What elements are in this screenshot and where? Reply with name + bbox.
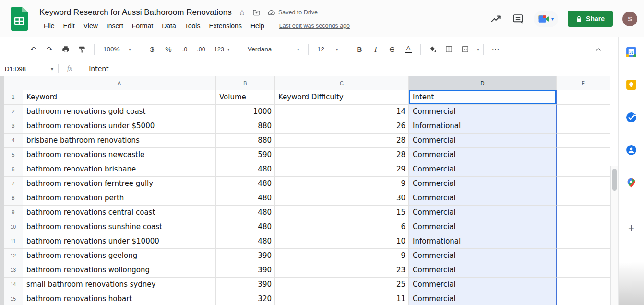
column-header-c[interactable]: C (275, 76, 409, 90)
menu-tools[interactable]: Tools (180, 21, 205, 31)
cell-intent[interactable]: Commercial (409, 191, 557, 206)
cell-intent[interactable]: Commercial (409, 278, 557, 292)
cell-keyword[interactable]: bathroom renovations central coast (23, 206, 216, 220)
vertical-scrollbar[interactable]: ▴ ▾ (610, 166, 618, 305)
maps-icon[interactable] (625, 176, 638, 189)
cell-intent[interactable]: Commercial (409, 177, 557, 191)
name-box[interactable]: D1:D98 (0, 65, 51, 73)
cell-keyword[interactable]: bathroom renovation perth (23, 191, 216, 206)
cell-intent[interactable]: Commercial (409, 134, 557, 148)
cell-keyword[interactable]: brisbane bathroom renovations (23, 134, 216, 148)
cell-intent[interactable]: Commercial (409, 249, 557, 263)
menu-data[interactable]: Data (157, 21, 180, 31)
cell-intent[interactable]: Commercial (409, 148, 557, 162)
cell-difficulty[interactable]: 30 (275, 191, 409, 206)
menu-format[interactable]: Format (128, 21, 157, 31)
cell-keyword[interactable]: bathroom renovations under $5000 (23, 119, 216, 134)
number-format-select[interactable]: 123 ▾ (211, 43, 233, 56)
account-avatar[interactable]: S (622, 12, 637, 26)
name-box-dropdown-icon[interactable]: ▾ (51, 66, 53, 72)
print-button[interactable] (60, 43, 72, 56)
cell-difficulty[interactable]: 23 (275, 263, 409, 278)
cell-difficulty[interactable]: 26 (275, 119, 409, 134)
cell-difficulty[interactable]: 28 (275, 134, 409, 148)
cell-empty[interactable] (557, 148, 610, 162)
move-to-folder-icon[interactable] (252, 9, 261, 17)
cell-volume[interactable]: 390 (216, 278, 275, 292)
collapse-toolbar-button[interactable] (592, 43, 605, 56)
cell-empty[interactable] (557, 134, 610, 148)
cell-a1-keyword-header[interactable]: Keyword (23, 90, 216, 105)
row-number[interactable]: 4 (4, 134, 23, 148)
cell-intent[interactable]: Commercial (409, 206, 557, 220)
cell-difficulty[interactable]: 28 (275, 148, 409, 162)
cell-empty[interactable] (557, 191, 610, 206)
cell-keyword[interactable]: bathroom renovation ferntree gully (23, 177, 216, 191)
formula-input[interactable]: Intent (89, 65, 108, 73)
cell-volume[interactable]: 480 (216, 206, 275, 220)
select-all-corner[interactable] (4, 76, 23, 90)
merge-cells-button[interactable] (459, 43, 472, 56)
currency-format-button[interactable]: $ (146, 43, 158, 56)
menu-edit[interactable]: Edit (59, 21, 79, 31)
cell-empty[interactable] (557, 249, 610, 263)
cell-intent[interactable]: Commercial (409, 263, 557, 278)
row-number[interactable]: 9 (4, 206, 23, 220)
menu-view[interactable]: View (79, 21, 102, 31)
cell-difficulty[interactable]: 9 (275, 249, 409, 263)
menu-file[interactable]: File (39, 21, 59, 31)
cell-e1-empty[interactable] (557, 90, 610, 105)
cell-volume[interactable]: 480 (216, 234, 275, 249)
cell-keyword[interactable]: bathroom renovations geelong (23, 249, 216, 263)
merge-dropdown-icon[interactable]: ▾ (477, 47, 479, 52)
meet-dropdown-icon[interactable]: ▾ (551, 16, 554, 22)
star-icon[interactable]: ☆ (239, 9, 246, 17)
borders-button[interactable] (443, 43, 455, 56)
cell-keyword[interactable]: bathroom renovations sunshine coast (23, 220, 216, 234)
keep-icon[interactable] (625, 78, 638, 91)
cell-empty[interactable] (557, 263, 610, 278)
row-number[interactable]: 12 (4, 249, 23, 263)
cell-difficulty[interactable]: 9 (275, 177, 409, 191)
menu-extensions[interactable]: Extensions (204, 21, 246, 31)
cell-intent[interactable]: Commercial (409, 292, 557, 305)
cell-empty[interactable] (557, 220, 610, 234)
italic-button[interactable]: I (370, 43, 382, 56)
cell-keyword[interactable]: bathroom renovations gold coast (23, 105, 216, 119)
cell-empty[interactable] (557, 292, 610, 305)
cell-difficulty[interactable]: 6 (275, 220, 409, 234)
cell-volume[interactable]: 480 (216, 177, 275, 191)
increase-decimal-button[interactable]: .00 (195, 43, 207, 56)
meet-call-button[interactable]: ▾ (534, 11, 558, 27)
cell-volume[interactable]: 880 (216, 134, 275, 148)
cell-empty[interactable] (557, 162, 610, 177)
fill-color-button[interactable] (427, 43, 439, 56)
cell-volume[interactable]: 320 (216, 292, 275, 305)
cell-volume[interactable]: 480 (216, 220, 275, 234)
cell-difficulty[interactable]: 11 (275, 292, 409, 305)
cell-empty[interactable] (557, 278, 610, 292)
column-header-a[interactable]: A (23, 76, 216, 90)
cell-volume[interactable]: 1000 (216, 105, 275, 119)
cell-volume[interactable]: 590 (216, 148, 275, 162)
row-number[interactable]: 8 (4, 191, 23, 206)
cell-keyword[interactable]: bathroom renovation brisbane (23, 162, 216, 177)
row-number[interactable]: 11 (4, 234, 23, 249)
zoom-select[interactable]: 100% ▾ (100, 43, 134, 56)
cell-keyword[interactable]: small bathroom renovations sydney (23, 278, 216, 292)
cell-difficulty[interactable]: 14 (275, 105, 409, 119)
document-title[interactable]: Keyword Research for Aussi Bathoroom Ren… (39, 8, 232, 17)
bold-button[interactable]: B (353, 43, 366, 56)
cell-keyword[interactable]: bathroom renovations hobart (23, 292, 216, 305)
cell-volume[interactable]: 390 (216, 263, 275, 278)
sheets-logo-icon[interactable] (10, 6, 29, 31)
cell-volume[interactable]: 480 (216, 191, 275, 206)
strikethrough-button[interactable]: S (386, 43, 398, 56)
cell-intent[interactable]: Informational (409, 119, 557, 134)
menu-help[interactable]: Help (246, 21, 269, 31)
cell-empty[interactable] (557, 234, 610, 249)
decrease-decimal-button[interactable]: .0 (179, 43, 191, 56)
percent-format-button[interactable]: % (162, 43, 175, 56)
row-number[interactable]: 15 (4, 292, 23, 305)
row-number[interactable]: 2 (4, 105, 23, 119)
